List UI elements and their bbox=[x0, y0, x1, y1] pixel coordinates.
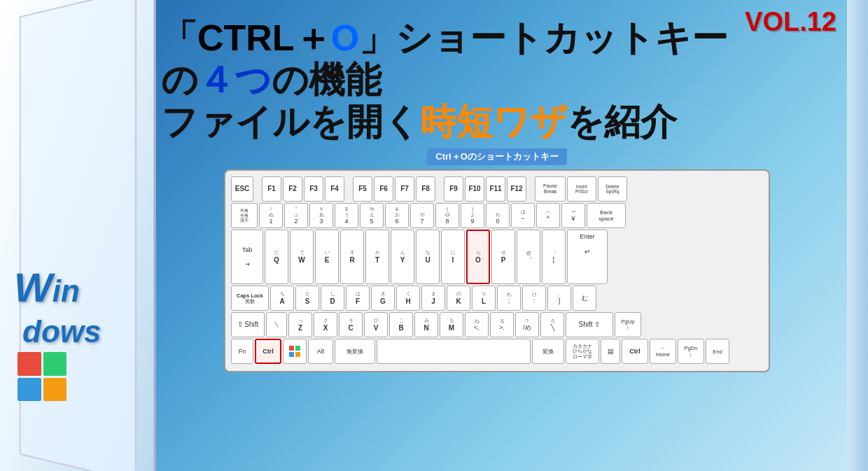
key-tab[interactable]: Tab⇥ bbox=[231, 230, 263, 284]
key-l[interactable]: りL bbox=[472, 286, 496, 311]
key-f10[interactable]: F10 bbox=[465, 176, 484, 202]
key-enter[interactable]: Enter↵ bbox=[567, 230, 608, 284]
key-pgdn[interactable]: PgDn↓ bbox=[678, 339, 704, 364]
key-ctrl-left[interactable]: Ctrl bbox=[255, 339, 281, 364]
door-right-panel bbox=[847, 0, 868, 471]
key-g[interactable]: きG bbox=[371, 286, 395, 311]
key-esc[interactable]: ESC bbox=[231, 176, 253, 202]
key-3[interactable]: #あ3 bbox=[309, 203, 333, 228]
key-9[interactable]: )よ9 bbox=[461, 203, 484, 228]
vol-badge: VOL.12 bbox=[745, 7, 836, 37]
key-a[interactable]: ちA bbox=[270, 286, 294, 311]
key-k[interactable]: のK bbox=[447, 286, 470, 311]
key-alt-left[interactable]: Alt bbox=[308, 339, 333, 364]
main-content: VOL.12 「CTRL＋O」ショートカットキー の４つの機能 ファイルを開く時… bbox=[140, 0, 847, 471]
key-m[interactable]: もM bbox=[440, 312, 463, 337]
key-x[interactable]: さX bbox=[314, 312, 337, 337]
key-capslock[interactable]: Caps Lock 英数 bbox=[231, 286, 269, 311]
key-win[interactable] bbox=[283, 339, 307, 364]
key-f3[interactable]: F3 bbox=[304, 176, 323, 202]
key-q[interactable]: たQ bbox=[265, 230, 288, 284]
key-semicolon[interactable]: れ; bbox=[497, 286, 521, 311]
key-f11[interactable]: F11 bbox=[486, 176, 505, 202]
key-f1[interactable]: F1 bbox=[262, 176, 281, 202]
key-app[interactable]: ▤ bbox=[601, 339, 620, 364]
title-orange-text: 時短ワザ bbox=[420, 101, 567, 142]
key-bracket-close[interactable]: 」] bbox=[547, 286, 571, 311]
key-6[interactable]: &お6 bbox=[385, 203, 409, 228]
key-minus[interactable]: ほ− bbox=[511, 203, 535, 228]
key-slash[interactable]: ?/め bbox=[515, 312, 539, 337]
key-backslash[interactable]: ろ╲ bbox=[540, 312, 564, 337]
key-insert-prtscr[interactable]: InsertPrtScr bbox=[567, 176, 596, 202]
key-r[interactable]: すR bbox=[340, 230, 364, 284]
key-7[interactable]: 'や7 bbox=[410, 203, 434, 228]
key-hankaku[interactable]: 半角全角漢字 bbox=[231, 203, 258, 228]
key-s[interactable]: とS bbox=[295, 286, 319, 311]
key-b[interactable]: こB bbox=[389, 312, 413, 337]
key-v[interactable]: ひV bbox=[364, 312, 388, 337]
key-f[interactable]: はF bbox=[346, 286, 370, 311]
key-n[interactable]: みN bbox=[414, 312, 438, 337]
key-katakana[interactable]: カタカナひらがなローマ字 bbox=[566, 339, 599, 364]
key-home[interactable]: ←Home bbox=[650, 339, 676, 364]
key-f5[interactable]: F5 bbox=[353, 176, 372, 202]
key-o[interactable]: らO bbox=[466, 230, 490, 284]
key-j[interactable]: まJ bbox=[421, 286, 445, 311]
key-backspace[interactable]: Backspace bbox=[587, 203, 626, 228]
win-dows: dows bbox=[22, 314, 101, 349]
key-f9[interactable]: F9 bbox=[444, 176, 463, 202]
key-delete-sysrq[interactable]: DeleteSysRq bbox=[598, 176, 627, 202]
key-extra[interactable]: ╲ bbox=[266, 312, 287, 337]
keyboard-row-3: Tab⇥ たQ てW いE すR かT んY なU にI らO せP @゛ 「[… bbox=[231, 230, 763, 284]
key-shift-left[interactable]: ⇧ Shift bbox=[231, 312, 265, 337]
key-p[interactable]: せP bbox=[491, 230, 515, 284]
key-comma[interactable]: ね<, bbox=[465, 312, 489, 337]
key-f6[interactable]: F6 bbox=[374, 176, 393, 202]
key-pause-break[interactable]: PauseBreak bbox=[535, 176, 566, 202]
title-num-text: ４つ bbox=[198, 59, 272, 100]
key-yen[interactable]: ー¥ bbox=[561, 203, 585, 228]
key-e[interactable]: いE bbox=[315, 230, 339, 284]
key-8[interactable]: (ゆ8 bbox=[435, 203, 459, 228]
win-tile-yellow bbox=[43, 378, 67, 402]
keyboard-row-2: 半角全角漢字 !ぬ1 "ふ2 #あ3 $う4 %え5 &お6 'や7 (ゆ8 )… bbox=[231, 203, 763, 228]
key-f12[interactable]: F12 bbox=[507, 176, 526, 202]
shortcut-label: Ctrl＋Oのショートカットキー bbox=[427, 148, 567, 165]
keyboard-row-1: ESC F1 F2 F3 F4 F5 F6 F7 F8 F9 F10 F11 F… bbox=[231, 176, 763, 202]
key-colon[interactable]: け: bbox=[522, 286, 546, 311]
key-t[interactable]: かT bbox=[365, 230, 389, 284]
key-u[interactable]: なU bbox=[416, 230, 440, 284]
key-y[interactable]: んY bbox=[391, 230, 414, 284]
title-line2: の４つの機能 bbox=[161, 59, 833, 101]
key-2[interactable]: "ふ2 bbox=[284, 203, 308, 228]
key-f2[interactable]: F2 bbox=[283, 176, 302, 202]
win-tile-green bbox=[43, 352, 67, 376]
key-fn-bottom[interactable]: Fn bbox=[231, 339, 253, 364]
key-caret[interactable]: へ^ bbox=[536, 203, 560, 228]
key-5[interactable]: %え5 bbox=[360, 203, 384, 228]
key-i[interactable]: にI bbox=[441, 230, 465, 284]
key-0[interactable]: わ0 bbox=[486, 203, 510, 228]
key-henkan[interactable]: 変換 bbox=[532, 339, 564, 364]
key-at[interactable]: @゛ bbox=[517, 230, 540, 284]
key-z[interactable]: っZ bbox=[288, 312, 312, 337]
key-f7[interactable]: F7 bbox=[395, 176, 414, 202]
key-h[interactable]: くH bbox=[396, 286, 420, 311]
key-f8[interactable]: F8 bbox=[416, 176, 435, 202]
key-4[interactable]: $う4 bbox=[335, 203, 358, 228]
key-c[interactable]: そC bbox=[339, 312, 363, 337]
key-space[interactable] bbox=[377, 339, 531, 364]
key-f4[interactable]: F4 bbox=[325, 176, 344, 202]
key-period[interactable]: る>. bbox=[490, 312, 514, 337]
key-muhenkan[interactable]: 無変換 bbox=[335, 339, 375, 364]
key-pgup[interactable]: PgUp↑ bbox=[615, 312, 641, 337]
key-shift-right[interactable]: Shift ⇧ bbox=[566, 312, 613, 337]
key-ctrl-right[interactable]: Ctrl bbox=[622, 339, 648, 364]
key-mu[interactable]: む bbox=[573, 286, 596, 311]
key-1[interactable]: !ぬ1 bbox=[259, 203, 283, 228]
key-w[interactable]: てW bbox=[290, 230, 314, 284]
key-d[interactable]: しD bbox=[321, 286, 344, 311]
key-end[interactable]: End bbox=[706, 339, 729, 364]
key-bracket-open[interactable]: 「[ bbox=[542, 230, 566, 284]
